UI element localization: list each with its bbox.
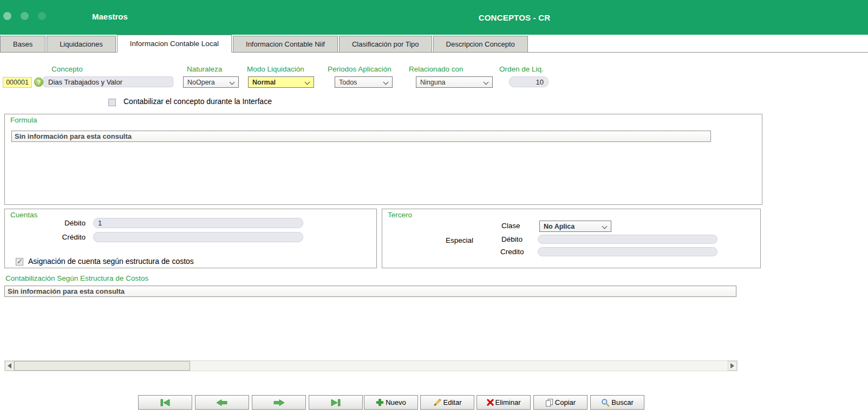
nav-prev-button[interactable] — [195, 395, 249, 410]
asignacion-costos-checkbox[interactable] — [16, 258, 23, 266]
concepto-input[interactable] — [43, 76, 173, 87]
modo-liquidacion-select[interactable]: Normal — [248, 76, 314, 88]
relacionado-con-select[interactable]: Ninguna — [416, 76, 493, 88]
chevron-down-icon — [383, 80, 389, 85]
editar-button[interactable]: Editar — [420, 395, 474, 410]
last-record-icon — [329, 399, 343, 406]
naturaleza-select[interactable]: NoOpera — [183, 76, 239, 88]
horizontal-scrollbar[interactable] — [4, 360, 738, 371]
help-icon[interactable] — [34, 77, 43, 87]
pencil-icon — [433, 398, 442, 406]
nuevo-button-label: Nuevo — [386, 398, 406, 406]
periodos-aplicacion-select[interactable]: Todos — [335, 76, 393, 88]
delete-x-icon — [487, 399, 494, 406]
header-dot-2-icon — [21, 12, 29, 20]
naturaleza-label: Naturaleza — [187, 65, 222, 73]
scrollbar-thumb[interactable] — [14, 361, 190, 371]
next-record-icon — [272, 399, 285, 406]
nav-last-button[interactable] — [309, 395, 363, 410]
concepto-label: Concepto — [51, 65, 83, 73]
copy-icon — [545, 398, 553, 407]
cuentas-debito-label: Débito — [61, 219, 86, 227]
tercero-title: Tercero — [388, 211, 412, 219]
clase-select-value: No Aplica — [544, 223, 575, 230]
tab-informacion-contable-niif[interactable]: Informacion Contable Niif — [233, 36, 338, 52]
formula-group: Formula Sin información para esta consul… — [4, 114, 762, 205]
costos-title: Contabilización Según Estructura de Cost… — [5, 274, 148, 282]
especial-label: Especial — [446, 236, 473, 244]
scroll-left-button[interactable] — [5, 361, 14, 371]
header-dot-1-icon — [3, 12, 11, 20]
copiar-button[interactable]: Copiar — [533, 395, 588, 410]
modo-liquidacion-select-value: Normal — [252, 79, 276, 86]
asignacion-costos-label: Asignación de cuenta según estructura de… — [28, 257, 194, 266]
prev-record-icon — [216, 399, 229, 406]
cuentas-group: Cuentas Débito Crédito Asignación de cue… — [4, 209, 377, 268]
contabilizar-label: Contabilizar el concepto durante la Inte… — [123, 97, 272, 106]
tab-descripcion-concepto[interactable]: Descripcion Concepto — [433, 36, 528, 52]
tab-informacion-contable-local[interactable]: Informacion Contable Local — [117, 35, 232, 53]
tab-bases[interactable]: Bases — [0, 36, 45, 52]
tercero-debito-input[interactable] — [538, 235, 717, 244]
relacionado-con-select-value: Ninguna — [420, 79, 446, 86]
eliminar-button[interactable]: Eliminar — [477, 395, 531, 410]
formula-title: Formula — [10, 116, 37, 124]
first-record-icon — [158, 399, 172, 406]
orden-liq-label: Orden de Liq. — [499, 65, 544, 73]
periodos-aplicacion-label: Periodos Aplicación — [328, 65, 391, 73]
tercero-credito-input[interactable] — [538, 247, 717, 256]
cuentas-credito-input[interactable] — [93, 232, 303, 242]
header-dot-3-icon — [38, 12, 46, 20]
buscar-button[interactable]: Buscar — [590, 395, 644, 410]
tercero-debito-label: Débito — [501, 235, 523, 243]
plus-icon — [376, 398, 384, 406]
cuentas-credito-label: Crédito — [59, 233, 86, 241]
clase-select[interactable]: No Aplica — [539, 221, 611, 232]
naturaleza-select-value: NoOpera — [187, 79, 215, 86]
modo-liquidacion-label: Modo Liquidación — [247, 65, 304, 73]
nav-next-button[interactable] — [252, 395, 306, 410]
chevron-down-icon — [305, 80, 310, 85]
nav-first-button[interactable] — [138, 395, 192, 410]
header: Maestros CONCEPTOS - CR — [0, 0, 868, 35]
clase-label: Clase — [501, 222, 520, 230]
chevron-down-icon — [484, 80, 489, 85]
search-icon — [601, 398, 610, 407]
triangle-left-icon — [8, 363, 11, 369]
cuentas-title: Cuentas — [10, 211, 37, 219]
tercero-credito-label: Credito — [500, 248, 524, 256]
conceptos-window: Maestros CONCEPTOS - CR Bases Liquidacio… — [0, 0, 868, 420]
formula-empty-header: Sin información para esta consulta — [11, 131, 711, 142]
buscar-button-label: Buscar — [611, 398, 633, 406]
tab-bar: Bases Liquidaciones Informacion Contable… — [0, 35, 868, 53]
costos-empty-header: Sin información para esta consulta — [4, 286, 736, 297]
page-title: CONCEPTOS - CR — [444, 13, 585, 22]
chevron-down-icon — [602, 224, 608, 229]
tercero-group: Tercero Clase No Aplica Especial Débito … — [382, 209, 761, 268]
concepto-code-field[interactable]: 000001 — [3, 77, 32, 88]
eliminar-button-label: Eliminar — [495, 398, 521, 406]
orden-liq-input[interactable] — [509, 76, 549, 87]
chevron-down-icon — [230, 80, 235, 85]
relacionado-con-label: Relacionado con — [409, 65, 464, 73]
app-title: Maestros — [92, 12, 128, 21]
editar-button-label: Editar — [443, 398, 462, 406]
periodos-aplicacion-select-value: Todos — [339, 79, 357, 86]
nuevo-button[interactable]: Nuevo — [364, 395, 418, 410]
tab-liquidaciones[interactable]: Liquidaciones — [47, 36, 116, 52]
triangle-right-icon — [730, 363, 734, 369]
scroll-right-button[interactable] — [728, 361, 737, 371]
tab-clasificacion-por-tipo[interactable]: Clasificación por Tipo — [339, 36, 432, 52]
copiar-button-label: Copiar — [555, 398, 576, 406]
cuentas-debito-input[interactable] — [93, 218, 303, 228]
contabilizar-checkbox[interactable] — [108, 99, 116, 106]
